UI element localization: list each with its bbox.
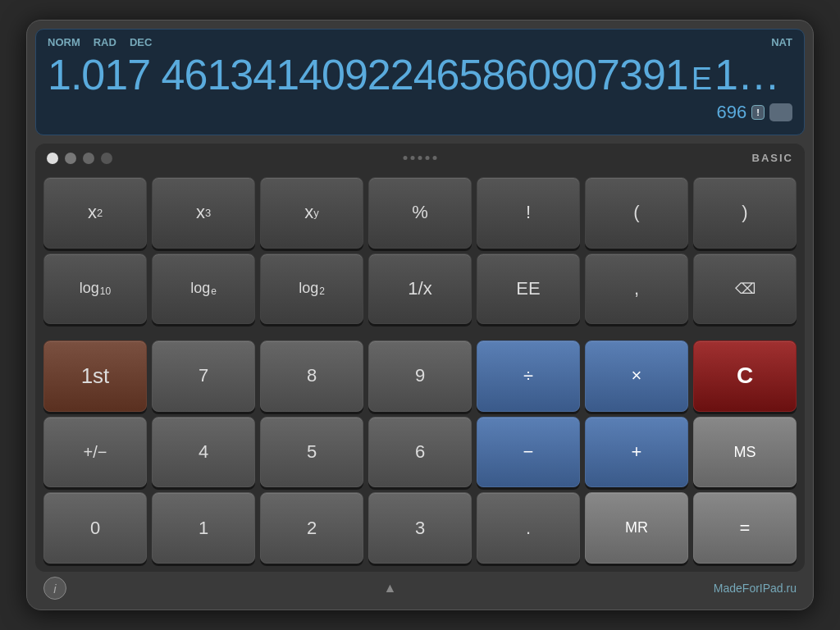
btn-percent[interactable]: % <box>368 177 472 249</box>
exponent-value: 1678 <box>714 52 792 98</box>
drag-dot <box>411 156 415 160</box>
btn-five[interactable]: 5 <box>260 417 363 488</box>
btn-close-paren[interactable]: ) <box>693 177 797 249</box>
row-numeric-3: 0 1 2 3 . MR = <box>43 492 797 564</box>
traffic-light-gray2 <box>83 153 94 164</box>
calculator: NORM RAD DEC NAT 1.017 46134140922465860… <box>26 20 814 610</box>
btn-decimal[interactable]: . <box>477 492 580 564</box>
row-numeric-1: 1st 7 8 9 ÷ × C <box>43 340 797 412</box>
separator <box>43 329 797 336</box>
footer-arrows: ▲ <box>383 581 396 596</box>
exponent-label: E <box>692 62 711 96</box>
display-toggle[interactable] <box>769 103 792 121</box>
drag-dot <box>426 156 430 160</box>
status-norm: NORM <box>48 36 80 48</box>
btn-memory-store[interactable]: MS <box>693 417 797 488</box>
btn-subtract[interactable]: − <box>477 417 580 488</box>
status-dec: DEC <box>130 36 152 48</box>
display-status: NORM RAD DEC NAT <box>48 36 792 48</box>
brand-label: MadeForIPad.ru <box>714 582 797 595</box>
btn-multiply[interactable]: × <box>585 340 688 412</box>
panel-mode: BASIC <box>752 152 793 164</box>
footer: i ▲ MadeForIPad.ru <box>35 572 805 601</box>
btn-eight[interactable]: 8 <box>260 340 363 412</box>
btn-two[interactable]: 2 <box>260 492 363 564</box>
drag-dot <box>418 156 422 160</box>
btn-open-paren[interactable]: ( <box>585 177 688 249</box>
sub-number: 696 <box>717 102 747 123</box>
display-main: 1.017 46134140922465860907391E1678 <box>48 52 792 98</box>
info-button[interactable]: i <box>43 577 66 600</box>
btn-seven[interactable]: 7 <box>152 340 255 412</box>
btn-zero[interactable]: 0 <box>43 492 147 564</box>
traffic-light-white <box>47 153 58 164</box>
btn-equals[interactable]: = <box>693 492 797 564</box>
btn-x-cubed[interactable]: x3 <box>152 177 255 249</box>
btn-first[interactable]: 1st <box>43 340 147 412</box>
btn-log2[interactable]: log2 <box>260 253 363 325</box>
row-numeric-2: +/− 4 5 6 − + MS <box>43 417 797 488</box>
button-rows: x2 x3 xy % ! ( ) log10 loge log2 1/x EE … <box>43 177 797 564</box>
btn-plus-minus[interactable]: +/− <box>43 417 147 488</box>
btn-loge[interactable]: loge <box>152 253 255 325</box>
btn-four[interactable]: 4 <box>152 417 255 488</box>
status-nat: NAT <box>771 36 792 48</box>
btn-divide[interactable]: ÷ <box>477 340 580 412</box>
up-arrow-icon: ▲ <box>383 581 396 596</box>
status-rad: RAD <box>94 36 116 48</box>
btn-comma[interactable]: , <box>585 253 688 325</box>
btn-backspace[interactable]: ⌫ <box>693 253 797 325</box>
display-sub: 696 ! <box>48 102 792 123</box>
display: NORM RAD DEC NAT 1.017 46134140922465860… <box>35 29 805 135</box>
panel-header: BASIC <box>43 152 797 164</box>
btn-reciprocal[interactable]: 1/x <box>368 253 472 325</box>
btn-x-to-y[interactable]: xy <box>260 177 363 249</box>
btn-one[interactable]: 1 <box>152 492 255 564</box>
btn-clear[interactable]: C <box>693 340 797 412</box>
traffic-light-gray3 <box>101 153 112 164</box>
btn-log10[interactable]: log10 <box>43 253 147 325</box>
drag-dots <box>404 156 437 160</box>
traffic-light-gray1 <box>65 153 76 164</box>
error-badge[interactable]: ! <box>751 105 765 120</box>
display-status-left: NORM RAD DEC <box>48 36 152 48</box>
button-panel: BASIC x2 x3 xy % ! ( ) log10 loge log2 1… <box>35 144 805 572</box>
panel-header-wrapper: BASIC <box>43 152 797 171</box>
btn-add[interactable]: + <box>585 417 688 488</box>
btn-six[interactable]: 6 <box>368 417 472 488</box>
traffic-lights <box>47 153 112 164</box>
main-number: 1.017 46134140922465860907391 <box>48 52 688 98</box>
btn-factorial[interactable]: ! <box>477 177 580 249</box>
btn-ee[interactable]: EE <box>477 253 580 325</box>
btn-x-squared[interactable]: x2 <box>43 177 147 249</box>
drag-dot <box>433 156 437 160</box>
btn-three[interactable]: 3 <box>368 492 472 564</box>
btn-nine[interactable]: 9 <box>368 340 472 412</box>
row-scientific-2: log10 loge log2 1/x EE , ⌫ <box>43 253 797 325</box>
drag-dot <box>404 156 408 160</box>
btn-memory-recall[interactable]: MR <box>585 492 688 564</box>
row-scientific-1: x2 x3 xy % ! ( ) <box>43 177 797 249</box>
